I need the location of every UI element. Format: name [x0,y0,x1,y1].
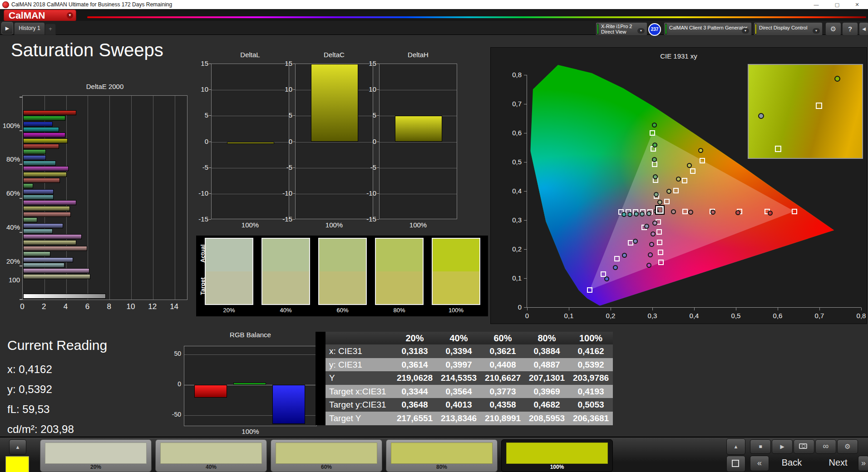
measured-point [613,265,618,270]
maximize-button[interactable]: ▢ [828,0,846,9]
target-swatch [433,271,479,304]
meter-dropdown[interactable]: X-Rite i1Pro 2 Direct View ▼ [596,22,647,36]
pattern-source-dropdown[interactable]: CalMAN Client 3 Pattern Generator ▼ [664,22,752,36]
minimize-button[interactable]: — [807,0,825,9]
meter-count-badge[interactable]: 237 [648,23,661,36]
y-tick-label: 0,6 [499,129,522,137]
measured-point [676,177,681,182]
y-tick-label: 50 [164,350,181,357]
pattern-button-100%[interactable]: 100% [501,439,613,472]
pattern-frame-button[interactable] [726,456,745,472]
next-button[interactable]: Next [819,457,857,468]
gear-icon: ⚙ [830,25,836,33]
pattern-bar-expand-button[interactable]: ▲ [9,439,26,455]
swatch-label: 100% [432,307,480,314]
pattern-swatch [276,442,377,464]
target-point [658,260,664,265]
chevrons-right-icon: » [861,458,866,467]
x-tick-label: 0,4 [685,312,703,320]
table-row: Target x:CIE310,33440,35640,37730,39690,… [316,385,613,398]
table-cell: 206,3681 [569,412,613,425]
pattern-button-20%[interactable]: 20% [40,439,152,472]
source-status-bar [665,24,667,34]
measured-point [666,189,671,194]
pattern-swatch [391,442,493,464]
pattern-settings-button[interactable]: ⚙ [837,439,858,454]
cie-1931-panel: CIE 1931 xy00,10,20,30,40,50,60,70,800,1… [490,47,867,324]
table-cell: 0,3614 [393,358,437,372]
y-tick-label: 0 [499,303,522,311]
row-label: Target x:CIE31 [326,385,393,398]
page-first-button[interactable]: « [750,456,769,471]
infinity-icon: ∞ [823,442,829,451]
table-cell: 0,3884 [525,344,569,358]
rgb-bar-blue [272,385,305,424]
target-swatch [376,271,423,304]
target-point [656,229,662,235]
help-button[interactable]: ? [842,22,858,36]
table-cell: 0,4013 [437,398,481,412]
target-point [792,209,797,214]
page-last-button[interactable]: » [858,456,868,471]
y-tick-label: 0,4 [499,187,522,195]
back-button[interactable]: Back [770,457,814,468]
chevron-down-icon: ▼ [742,28,749,34]
meter-status-bar [597,24,599,34]
display-control-dropdown[interactable]: Direct Display Control ▼ [754,22,823,36]
table-row: x: CIE310,31830,33940,36210,38840,4162 [316,344,613,358]
measured-point [627,212,632,217]
table-cell: 214,5353 [437,371,481,385]
collapse-panel-button[interactable]: ◀ [859,22,868,36]
pattern-button-80%[interactable]: 80% [386,439,498,472]
x-tick-label: 0,2 [602,312,620,320]
white-point-marker [656,206,664,214]
x-tick-label: 100% [379,221,457,229]
target-point [650,130,655,136]
target-point [690,168,695,174]
row-label: x: CIE31 [326,344,393,358]
settings-button[interactable]: ⚙ [825,22,841,36]
continuous-read-button[interactable]: ∞ [815,439,836,454]
pattern-button-40%[interactable]: 40% [155,439,267,472]
chevron-down-icon: ▼ [637,28,645,34]
y-tick-label: 0,5 [499,158,522,166]
column-header: 20% [393,332,437,344]
pattern-button-60%[interactable]: 60% [271,439,382,472]
measured-point [621,212,626,217]
table-cell: 0,4193 [569,385,613,398]
pattern-up-button[interactable]: ▲ [726,438,745,455]
close-button[interactable]: ✕ [848,0,866,9]
play-button[interactable]: ▶ [772,439,793,454]
capture-button[interactable] [794,439,814,454]
target-point [657,240,662,245]
stop-button[interactable]: ■ [750,439,771,454]
actual-swatch [376,239,423,271]
target-point [652,162,657,167]
inset-target-point [816,103,822,109]
y-tick-label: 0,2 [499,245,522,253]
target-point [664,199,670,204]
table-cell: 213,8346 [437,412,481,425]
table-row: Y219,0628214,5353210,6627207,1301203,978… [316,371,613,385]
inset-measured-point [758,113,764,119]
target-point [614,256,620,261]
pattern-label: 40% [156,464,266,470]
table-row: y: CIE310,36140,39970,44080,48870,5392 [316,358,613,372]
meter-mode: Direct View [601,29,626,34]
x-tick-label: 0,5 [727,312,745,320]
table-cell: 203,9786 [569,371,613,385]
measured-point [646,211,651,216]
target-point [601,271,606,277]
target-point [628,240,633,246]
swatch-label: 80% [375,307,424,314]
y-tick-label: 0,7 [499,100,522,108]
pattern-preview-window[interactable] [5,456,29,472]
pattern-swatch [160,442,262,464]
table-cell: 0,5053 [569,398,613,412]
chart-title: RGB Balance [184,331,317,339]
measured-point [646,263,651,268]
row-label: Target y:CIE31 [326,398,393,412]
column-header: 100% [569,332,613,344]
plot-area [184,346,317,426]
measured-point [622,253,627,258]
